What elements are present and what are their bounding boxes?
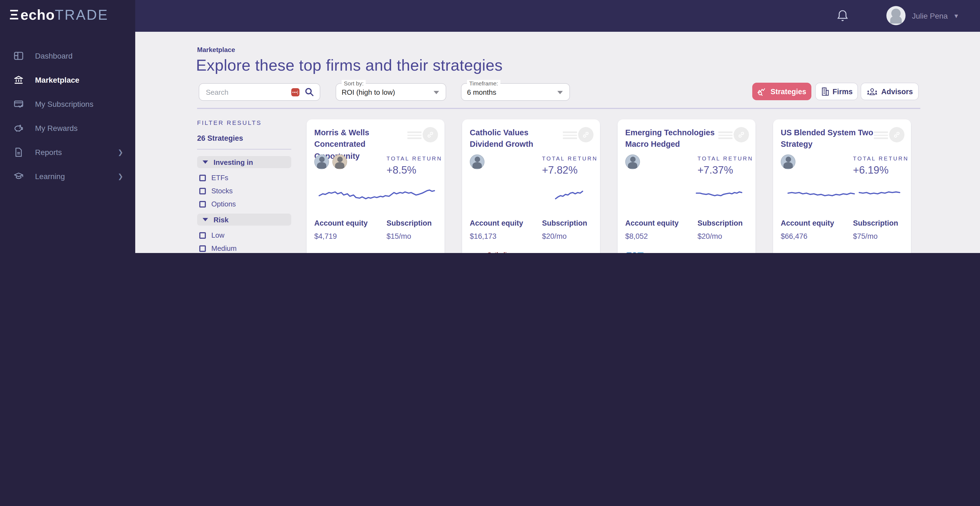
filter-section-label: Investing in [213, 158, 253, 166]
card-stats: Account equity$66,476Subscription$75/mo [781, 219, 904, 240]
sort-value: ROI (high to low) [342, 88, 395, 96]
sidebar-item-label: Dashboard [35, 51, 73, 60]
sidebar: Ξ echo TRADE DashboardMarketplaceMy Subs… [0, 0, 135, 253]
sidebar-item-my-subscriptions[interactable]: My Subscriptions [0, 92, 135, 116]
advisor-avatar [625, 154, 640, 169]
performance-sparkline [314, 184, 437, 205]
sidebar-item-my-rewards[interactable]: My Rewards [0, 116, 135, 140]
firm-logo-area: DIGITAL EDGEWEALTH MANAGEMENT [625, 248, 748, 253]
dropdown-caret-icon [434, 91, 439, 94]
filter-section-header[interactable]: Investing in [197, 156, 291, 168]
advisor-avatars [781, 154, 799, 169]
total-return-block: TOTAL RETURN+6.19% [853, 156, 909, 176]
sort-select[interactable]: Sort by: ROI (high to low) [336, 83, 446, 101]
firm-name: Catholic [487, 251, 518, 253]
filter-divider [197, 149, 291, 150]
notifications-bell-icon[interactable] [837, 9, 849, 22]
sidebar-item-learning[interactable]: Learning❯ [0, 164, 135, 188]
total-return-label: TOTAL RETURN [542, 156, 598, 162]
tab-strategies-label: Strategies [771, 88, 807, 95]
search-icon[interactable] [304, 87, 314, 97]
timeframe-select[interactable]: Timeframe: 6 months [461, 83, 570, 101]
filter-option[interactable]: Medium [199, 244, 291, 253]
link-button[interactable] [889, 127, 904, 142]
strategy-title: Emerging Technologies Macro Hedged [625, 127, 718, 151]
timeframe-value: 6 months [467, 88, 496, 96]
filter-option[interactable]: Low [199, 231, 291, 239]
timeframe-label: Timeframe: [467, 80, 500, 86]
advisor-avatar [332, 154, 347, 169]
checkbox[interactable] [199, 174, 206, 181]
card-menu-lines-icon [874, 130, 888, 140]
card-stats: Account equity$4,719Subscription$15/mo [314, 219, 437, 240]
subscription-label: Subscription [542, 219, 587, 227]
brand-logo[interactable]: Ξ echo TRADE [9, 6, 108, 24]
reports-icon [14, 147, 24, 157]
checkbox[interactable] [199, 201, 206, 207]
filter-section-header[interactable]: Risk [197, 213, 291, 226]
account-equity-value: $66,476 [781, 232, 853, 240]
firm-logo-area: MORRIS & WELLSWEALTH MANAGEMENT [314, 248, 437, 253]
subscription-label: Subscription [387, 219, 432, 227]
advisor-avatars [470, 154, 488, 169]
breadcrumb: Marketplace [197, 46, 235, 54]
brand-mark-icon: Ξ [9, 7, 19, 23]
sidebar-item-reports[interactable]: Reports❯ [0, 140, 135, 164]
filter-panel: FILTER RESULTS 26 Strategies Investing i… [197, 119, 291, 253]
search-input[interactable] [205, 88, 291, 97]
card-stats: Account equity$16,173Subscription$20/mo [470, 219, 592, 240]
learning-icon [14, 172, 24, 181]
subscription-value: $15/mo [387, 232, 432, 240]
card-menu[interactable] [407, 127, 438, 142]
dashboard-icon [14, 51, 24, 61]
search-field[interactable]: •••| [199, 83, 320, 101]
user-menu[interactable]: Julie Pena ▼ [886, 6, 959, 25]
account-equity-value: $8,052 [625, 232, 697, 240]
filter-option-label: Medium [211, 244, 237, 253]
firm-logo-area: CatholicInvestmentStrategies [470, 248, 592, 253]
user-avatar [886, 6, 905, 25]
total-return-value: +7.82% [542, 164, 598, 176]
filter-option[interactable]: Stocks [199, 187, 291, 195]
sidebar-item-label: My Subscriptions [35, 100, 93, 108]
sidebar-item-label: Learning [35, 172, 65, 181]
tab-firms[interactable]: Firms [815, 83, 858, 100]
chevron-right-icon: ❯ [118, 172, 123, 180]
link-button[interactable] [578, 127, 593, 142]
card-menu-lines-icon [563, 130, 577, 140]
strategy-card: Emerging Technologies Macro HedgedTOTAL … [617, 119, 756, 253]
checkbox[interactable] [199, 245, 206, 251]
dropdown-caret-icon [557, 91, 563, 94]
card-menu-lines-icon [407, 130, 422, 140]
tab-advisors[interactable]: Advisors [861, 83, 919, 100]
account-equity-label: Account equity [781, 219, 853, 227]
content-divider [197, 108, 920, 109]
tab-firms-label: Firms [832, 88, 853, 95]
strategy-title: Catholic Values Dividend Growth [470, 127, 563, 151]
digital-edge-icon [625, 252, 647, 253]
top-bar [135, 0, 980, 32]
sidebar-item-marketplace[interactable]: Marketplace [0, 68, 135, 92]
link-button[interactable] [733, 127, 749, 142]
subscription-value: $75/mo [853, 232, 898, 240]
performance-sparkline [625, 184, 748, 205]
strategy-card: US Blended System Two StrategyTOTAL RETU… [773, 119, 911, 253]
card-menu[interactable] [563, 127, 593, 142]
card-menu[interactable] [718, 127, 749, 142]
filter-option-label: ETFs [211, 173, 228, 182]
marketplace-icon [14, 75, 24, 85]
filter-option[interactable]: ETFs [199, 173, 291, 182]
sidebar-item-dashboard[interactable]: Dashboard [0, 44, 135, 68]
link-button[interactable] [423, 127, 438, 142]
filter-option[interactable]: Options [199, 200, 291, 208]
sidebar-nav: DashboardMarketplaceMy SubscriptionsMy R… [0, 44, 135, 188]
card-menu[interactable] [874, 127, 904, 142]
total-return-block: TOTAL RETURN+7.37% [697, 156, 753, 176]
filter-title: FILTER RESULTS [197, 119, 291, 126]
checkbox[interactable] [199, 232, 206, 239]
chevron-down-icon: ▼ [953, 12, 959, 19]
sort-label: Sort by: [342, 80, 366, 86]
tab-strategies[interactable]: Strategies [752, 83, 811, 100]
total-return-label: TOTAL RETURN [853, 156, 909, 162]
checkbox[interactable] [199, 188, 206, 194]
